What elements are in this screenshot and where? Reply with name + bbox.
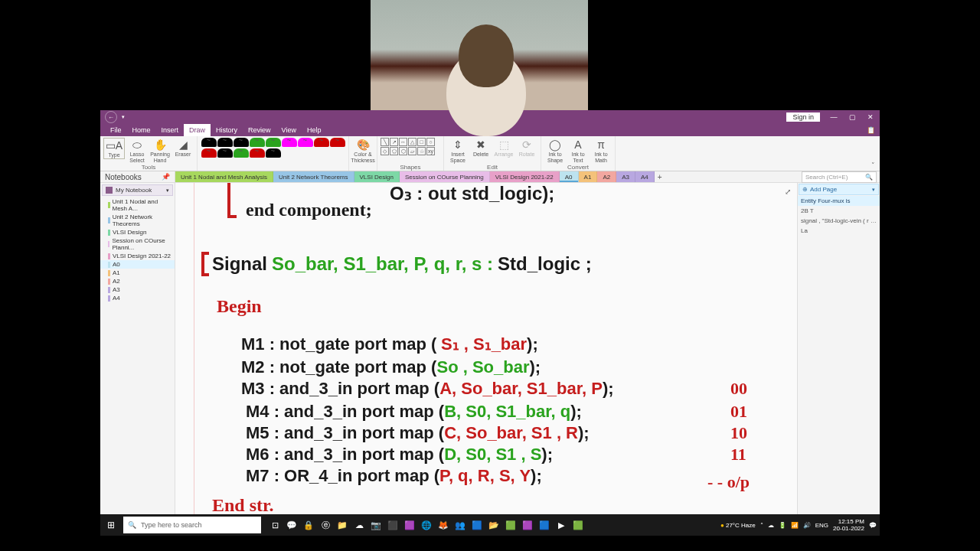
- volume-icon[interactable]: 🔊: [803, 522, 811, 529]
- section-tab[interactable]: VLSI Design 2021-22: [490, 171, 560, 182]
- tree-item[interactable]: VLSI Design 2021-22: [100, 252, 175, 260]
- search-input[interactable]: Search (Ctrl+E)🔍: [802, 171, 877, 183]
- section-tab[interactable]: A1: [579, 171, 598, 182]
- shapes-gallery[interactable]: ╲↗↔△□○ ◇⬠⬡▱☆xy: [381, 138, 440, 155]
- tree-item[interactable]: Unit 2 Network Theorems: [100, 213, 175, 228]
- pen-swatch[interactable]: [266, 138, 281, 147]
- app-icon[interactable]: ☁: [353, 519, 365, 531]
- close-button[interactable]: ✕: [861, 110, 880, 124]
- add-section-tab[interactable]: +: [655, 171, 665, 182]
- signin-button[interactable]: Sign in: [786, 112, 820, 122]
- notifications-icon[interactable]: 💬: [869, 522, 877, 529]
- section-tab[interactable]: A4: [635, 171, 655, 182]
- app-icon[interactable]: 🟦: [471, 519, 483, 531]
- page-item[interactable]: 2B T: [798, 206, 880, 216]
- tree-item[interactable]: A2: [100, 277, 175, 285]
- page-item[interactable]: signal , "Std-logic-vein ( r docent 0: [798, 216, 880, 226]
- tray-chevron-icon[interactable]: ˄: [760, 522, 763, 529]
- clock[interactable]: 12:15 PM 20-01-2022: [833, 518, 864, 532]
- section-tab[interactable]: A2: [597, 171, 616, 182]
- menu-draw[interactable]: Draw: [184, 124, 211, 136]
- teams-icon[interactable]: 👥: [454, 519, 466, 531]
- section-tab[interactable]: VLSI Design: [354, 171, 400, 182]
- pen-swatch[interactable]: [250, 148, 265, 158]
- chrome-icon[interactable]: 🌐: [420, 519, 433, 531]
- tool-lasso[interactable]: ⬭Lasso Select: [126, 138, 148, 164]
- wifi-icon[interactable]: 📶: [791, 522, 799, 529]
- app-icon[interactable]: 🔒: [302, 519, 315, 531]
- pen-swatch[interactable]: [298, 138, 313, 147]
- section-tab[interactable]: A0: [560, 171, 579, 182]
- color-thickness[interactable]: 🎨Color & Thickness: [352, 138, 374, 164]
- minimize-button[interactable]: —: [825, 110, 843, 124]
- pen-swatch[interactable]: [217, 138, 233, 147]
- app-icon[interactable]: 🟩: [505, 519, 517, 531]
- tree-item[interactable]: A1: [100, 269, 175, 277]
- app-icon[interactable]: 📁: [336, 519, 348, 531]
- app-icon[interactable]: 💬: [286, 519, 298, 531]
- section-tab[interactable]: Unit 1 Nodal and Mesh Analysis: [175, 171, 273, 182]
- ink-to-math[interactable]: πInk to Math: [590, 138, 612, 164]
- tray-icon[interactable]: 🔋: [779, 522, 786, 529]
- chevron-down-icon[interactable]: ▾: [872, 187, 875, 193]
- pen-swatch[interactable]: [201, 138, 217, 147]
- back-button[interactable]: ←: [105, 111, 117, 123]
- pen-swatch[interactable]: [330, 138, 345, 147]
- tree-item[interactable]: A3: [100, 285, 175, 294]
- word-icon[interactable]: 🟦: [538, 519, 550, 531]
- insert-space[interactable]: ⇕Insert Space: [447, 138, 469, 164]
- arrange-ink[interactable]: ⬚Arrange: [493, 138, 514, 158]
- tray-icon[interactable]: ☁: [768, 522, 774, 529]
- section-tab[interactable]: Unit 2 Network Theorems: [273, 171, 354, 182]
- pin-icon[interactable]: 📌: [162, 173, 170, 181]
- add-page-button[interactable]: ⊕ Add Page ▾: [799, 184, 879, 195]
- maximize-button[interactable]: ▢: [843, 110, 861, 124]
- pen-swatch[interactable]: [217, 148, 233, 158]
- pen-swatch[interactable]: [314, 138, 329, 147]
- pen-swatch[interactable]: [234, 138, 249, 147]
- qat-arrow-icon[interactable]: ▾: [122, 114, 125, 120]
- app-icon[interactable]: ▶: [555, 519, 567, 531]
- tree-item[interactable]: Unit 1 Nodal and Mesh A...: [100, 197, 175, 213]
- expand-icon[interactable]: ⤢: [785, 187, 791, 196]
- page-item[interactable]: Entity Four-mux is: [798, 196, 880, 206]
- tree-item[interactable]: A4: [100, 294, 175, 302]
- rotate-ink[interactable]: ⟳Rotate: [516, 138, 537, 158]
- delete-ink[interactable]: ✖Delete: [470, 138, 492, 158]
- app-icon[interactable]: 📷: [370, 519, 382, 531]
- menu-home[interactable]: Home: [127, 124, 156, 136]
- app-icon[interactable]: 🟪: [403, 519, 416, 531]
- tree-item[interactable]: Session on COurse Planni...: [100, 236, 175, 252]
- start-button[interactable]: ⊞: [100, 514, 122, 536]
- weather-widget[interactable]: ● 27°C Haze: [720, 522, 756, 529]
- menu-insert[interactable]: Insert: [156, 124, 185, 136]
- task-view-icon[interactable]: ⊡: [269, 519, 281, 531]
- pen-swatch[interactable]: [266, 148, 281, 158]
- explorer-icon[interactable]: 📂: [488, 519, 500, 531]
- share-icon[interactable]: 📋: [867, 126, 880, 134]
- notebook-selector[interactable]: My Notebook ▾: [102, 184, 173, 196]
- menu-file[interactable]: File: [105, 124, 127, 136]
- note-canvas[interactable]: ⤢ O₃ : out std_logic); end component; Si…: [175, 183, 797, 536]
- tool-panning[interactable]: ✋Panning Hand: [149, 138, 171, 164]
- app-icon[interactable]: ⬛: [387, 519, 399, 531]
- taskbar-search[interactable]: 🔍 Type here to search: [123, 517, 261, 533]
- pen-swatch[interactable]: [250, 138, 265, 147]
- onenote-icon[interactable]: 🟪: [521, 519, 534, 531]
- pen-swatch[interactable]: [282, 138, 297, 147]
- menu-review[interactable]: Review: [243, 124, 276, 136]
- page-item[interactable]: La: [798, 226, 880, 236]
- ribbon-collapse[interactable]: ˅: [871, 161, 875, 169]
- tool-eraser[interactable]: ◢Eraser: [172, 138, 194, 158]
- firefox-icon[interactable]: 🦊: [437, 519, 449, 531]
- pen-swatch[interactable]: [201, 148, 217, 158]
- menu-help[interactable]: Help: [302, 124, 327, 136]
- menu-view[interactable]: View: [276, 124, 302, 136]
- excel-icon[interactable]: 🟩: [572, 519, 584, 531]
- tree-item[interactable]: A0: [100, 260, 175, 269]
- language-indicator[interactable]: ENG: [815, 522, 828, 529]
- section-tab[interactable]: A3: [616, 171, 635, 182]
- pen-swatch[interactable]: [234, 148, 249, 158]
- notebooks-header[interactable]: Notebooks📌: [100, 171, 175, 182]
- tree-item[interactable]: VLSI Design: [100, 228, 175, 236]
